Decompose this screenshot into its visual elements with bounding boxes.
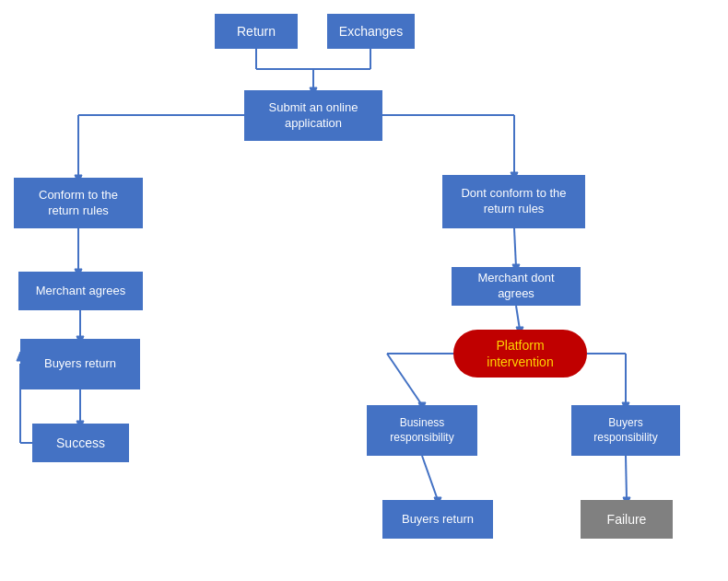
failure-node: Failure [581,500,673,539]
svg-line-23 [514,228,516,267]
svg-line-35 [626,456,627,500]
conform-node: Conform to the return rules [14,178,143,228]
exchanges-node: Exchanges [327,14,415,49]
buyers-responsibility-node: Buyers responsibility [571,405,680,456]
success-node: Success [32,424,129,462]
svg-line-25 [516,306,520,330]
merchant-agrees-node: Merchant agrees [18,272,143,310]
platform-intervention-node: Platform intervention [453,330,587,378]
dont-conform-node: Dont conform to the return rules [442,175,585,228]
business-responsibility-node: Business responsibility [367,405,477,456]
flowchart-diagram: Return Exchanges Submit an online applic… [0,0,728,581]
return-node: Return [215,14,298,49]
svg-line-28 [387,354,422,405]
svg-line-33 [422,456,438,500]
merchant-dont-agrees-node: Merchant dont agrees [452,267,581,306]
submit-node: Submit an online application [244,90,382,141]
buyers-return-left-node: Buyers return [20,339,140,389]
buyers-return-right-node: Buyers return [382,500,493,539]
